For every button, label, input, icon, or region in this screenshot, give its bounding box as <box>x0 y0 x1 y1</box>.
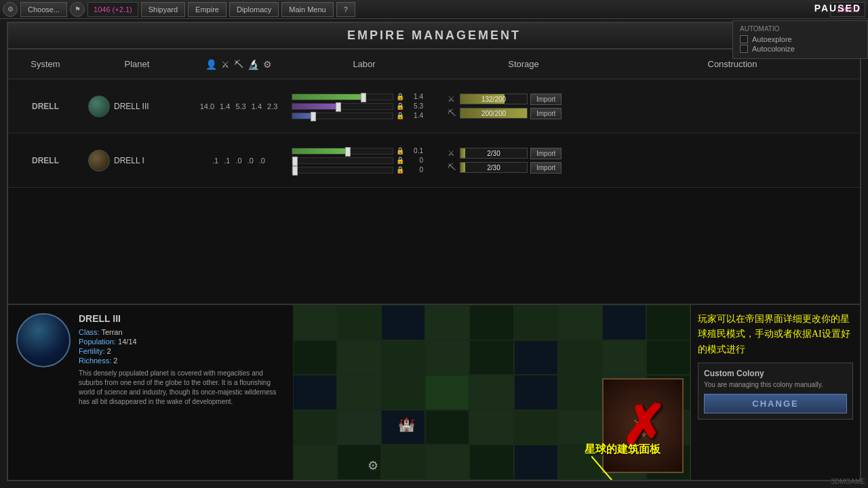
autoexplore-checkbox[interactable] <box>740 35 748 43</box>
planet-cell-2[interactable]: DRELL I <box>83 150 191 171</box>
change-button[interactable]: CHANGE <box>704 394 847 413</box>
col-header-system: System <box>8 59 83 69</box>
stat-res: 1.4 <box>252 102 262 110</box>
fertility-label: Fertility: <box>79 347 105 355</box>
table-row: DRELL DRELL I .1 .1 .0 .0 .0 🔒 <box>8 134 860 188</box>
labor-val-2: 5.3 <box>407 102 423 110</box>
planet-description: This densely populated planet is covered… <box>79 369 285 407</box>
planet-detail-name: DRELL III <box>79 313 285 324</box>
chinese-annotation: 玩家可以在帝国界面详细更改你的星球殖民模式，手动或者依据AI设置好的模式进行 <box>698 312 853 357</box>
paused-label: PAUSED <box>814 3 861 14</box>
map-cell <box>469 375 513 410</box>
empire-button[interactable]: Empire <box>188 2 226 17</box>
import2-btn-1[interactable]: Import <box>530 148 561 159</box>
detail-fertility: Fertility: 2 <box>79 347 285 355</box>
labor-row-2: 🔒 5.3 <box>292 102 437 110</box>
col-header-construction: Construction <box>605 59 860 69</box>
metal-icon: ⛏ <box>448 108 457 118</box>
import2-btn-2[interactable]: Import <box>530 162 561 174</box>
map-unit-2[interactable]: ⚙ <box>368 458 378 473</box>
planet-stats-2: .1 .1 .0 .0 .0 <box>191 157 286 165</box>
planet-globe-small <box>88 96 110 117</box>
red-x-mark: ✗ <box>604 380 682 472</box>
labor-slider-3[interactable] <box>292 113 393 119</box>
right-panel: 玩家可以在帝国界面详细更改你的星球殖民模式，手动或者依据AI设置好的模式进行 C… <box>690 305 860 480</box>
map-cell <box>469 305 513 340</box>
map-cell <box>558 410 602 445</box>
system-name: DRELL <box>8 102 83 111</box>
labor-slider-1[interactable] <box>292 94 393 100</box>
bottom-area: DRELL III Class: Terran Population: 14/1… <box>8 304 860 480</box>
pop-icon: 👤 <box>205 59 217 70</box>
planet-name: DRELL III <box>114 102 149 111</box>
lock2-icon-2[interactable]: 🔒 <box>396 157 404 164</box>
lock-icon-3[interactable]: 🔒 <box>396 112 404 119</box>
labor-cell-2: 🔒 0.1 🔒 0 🔒 0 <box>286 144 442 176</box>
top-bar: ⚙ Choose... ⚑ 1046 (+2.1) Shipyard Empir… <box>0 0 868 19</box>
labor-val-1: 1.4 <box>407 93 423 100</box>
map-cell <box>425 410 469 445</box>
flag-icon: ⚑ <box>70 2 85 17</box>
map-cell <box>337 340 381 375</box>
map-cell <box>602 305 646 340</box>
labor2-slider-1[interactable] <box>292 148 393 155</box>
storage-cell: ⚔ 132/200 Import ⛏ 200/200 Import <box>442 91 605 122</box>
map-cell <box>337 410 381 445</box>
labor-row-3: 🔒 1.4 <box>292 112 437 119</box>
mineral-icon: ⚔ <box>448 94 457 104</box>
mineral2-icon: ⚔ <box>448 148 457 158</box>
stat-atk: 1.4 <box>220 102 230 110</box>
map-cell <box>293 375 337 410</box>
labor2-slider-2[interactable] <box>292 157 393 164</box>
map-cell <box>381 375 425 410</box>
autoexplore-row[interactable]: Autoexplore <box>740 35 861 43</box>
labor2-row-3: 🔒 0 <box>292 166 437 174</box>
colony-portrait: 🗡 ✗ <box>602 378 684 473</box>
population-value: 14/14 <box>118 338 137 346</box>
planet-cell[interactable]: DRELL III <box>83 96 191 117</box>
lock-icon-2[interactable]: 🔒 <box>396 102 404 110</box>
richness-value: 2 <box>113 357 117 365</box>
labor2-slider-3[interactable] <box>292 167 393 174</box>
import-btn-1[interactable]: Import <box>530 94 561 105</box>
diplomacy-button[interactable]: Diplomacy <box>229 2 279 17</box>
labor-slider-2[interactable] <box>292 103 393 110</box>
labor2-val-3: 0 <box>407 166 423 174</box>
col-header-storage: Storage <box>442 59 605 69</box>
colony-card: Custom Colony You are managing this colo… <box>698 363 853 420</box>
stat-pop: 14.0 <box>200 102 214 110</box>
choose-button[interactable]: Choose... <box>20 2 67 17</box>
map-cell <box>514 375 558 410</box>
labor2-val-2: 0 <box>407 157 423 164</box>
storage2-row-2: ⛏ 2/30 Import <box>448 162 599 174</box>
map-cell <box>558 305 602 340</box>
map-cell <box>293 340 337 375</box>
help-button[interactable]: ? <box>336 2 355 17</box>
storage2-val-1: 2/30 <box>460 148 527 158</box>
autocolonize-checkbox[interactable] <box>740 45 748 53</box>
map-cell <box>425 340 469 375</box>
planet-detail-text: DRELL III Class: Terran Population: 14/1… <box>79 313 285 472</box>
planet-rows: DRELL DRELL III 14.0 1.4 5.3 1.4 2.3 🔒 <box>8 79 860 188</box>
main-menu-button[interactable]: Main Menu <box>281 2 333 17</box>
map-cell <box>337 305 381 340</box>
map-unit[interactable]: 🏰 <box>398 416 415 432</box>
watermark: 3DMGAME <box>831 478 865 485</box>
autocolonize-label: Autocolonize <box>752 45 795 53</box>
portrait-background: 🗡 ✗ <box>602 378 684 473</box>
map-cell <box>425 375 469 410</box>
map-cell <box>514 445 558 480</box>
map-cell <box>514 410 558 445</box>
lock2-icon-1[interactable]: 🔒 <box>396 147 404 155</box>
map-cell <box>602 340 646 375</box>
stat2-atk: .1 <box>224 157 230 165</box>
shipyard-button[interactable]: Shipyard <box>141 2 185 17</box>
import-btn-2[interactable]: Import <box>530 108 561 119</box>
lock-icon-1[interactable]: 🔒 <box>396 93 404 100</box>
storage2-bar-1: 2/30 <box>460 148 528 159</box>
stat-mine: 5.3 <box>235 102 245 110</box>
map-cell <box>646 305 690 340</box>
lock2-icon-3[interactable]: 🔒 <box>396 166 404 174</box>
autocolonize-row[interactable]: Autocolonize <box>740 45 861 53</box>
storage-row-1: ⚔ 132/200 Import <box>448 94 599 105</box>
